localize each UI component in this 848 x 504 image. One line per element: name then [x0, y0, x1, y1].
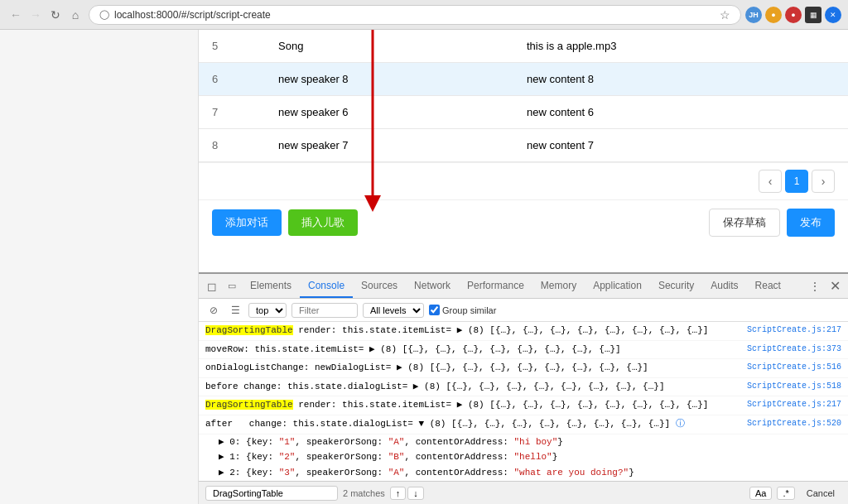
row-id: 5	[199, 30, 265, 63]
left-sidebar	[0, 30, 199, 504]
action-bar: 添加对话 插入儿歌 保存草稿 发布	[199, 199, 848, 245]
filter-icon[interactable]: ☰	[227, 302, 243, 319]
console-output: DragSortingTable render: this.state.item…	[199, 322, 848, 481]
row-id: 6	[199, 63, 265, 96]
table-row: 7 new speaker 6 new content 6	[199, 96, 848, 129]
publish-button[interactable]: 发布	[787, 209, 835, 237]
row-id: 7	[199, 96, 265, 129]
context-select[interactable]: top	[248, 303, 287, 318]
cancel-search-button[interactable]: Cancel	[800, 487, 841, 499]
console-item: ▶ 2: {key: "3", speakerOrSong: "A", cont…	[205, 465, 841, 481]
table-row: 5 Song this is a apple.mp3	[199, 30, 848, 63]
devtools-mobile-icon[interactable]: ▭	[222, 276, 242, 296]
console-toolbar: ⊘ ☰ top All levels Group similar	[199, 299, 848, 322]
tab-application[interactable]: Application	[585, 275, 650, 298]
browser-chrome: ← → ↻ ⌂ ◯ localhost:8000/#/script/script…	[0, 0, 848, 30]
tab-elements[interactable]: Elements	[242, 275, 300, 298]
console-line-file[interactable]: ScriptCreate.js:520	[740, 417, 841, 432]
save-draft-button[interactable]: 保存草稿	[709, 209, 780, 237]
row-content: new content 6	[513, 96, 848, 129]
insert-song-button[interactable]: 插入儿歌	[288, 209, 358, 236]
devtools-panel: ◻ ▭ Elements Console Sources Network Per…	[199, 272, 848, 504]
reload-button[interactable]: ↻	[46, 6, 65, 24]
matches-count: 2 matches	[343, 488, 385, 498]
group-similar-label: Group similar	[429, 305, 496, 315]
tab-audits[interactable]: Audits	[702, 275, 746, 298]
row-content: this is a apple.mp3	[513, 30, 848, 63]
right-content: 5 Song this is a apple.mp3 6 new speaker…	[199, 30, 848, 504]
action-left: 添加对话 插入儿歌	[212, 209, 358, 236]
tab-network[interactable]: Network	[406, 275, 459, 298]
extension-icon-2: ●	[785, 7, 802, 23]
search-next-button[interactable]: ↓	[407, 487, 424, 500]
tab-react[interactable]: React	[747, 275, 789, 298]
devtools-close-button[interactable]: ✕	[825, 276, 845, 296]
console-line-content: DragSortingTable render: this.state.item…	[205, 324, 708, 338]
main-area: 5 Song this is a apple.mp3 6 new speaker…	[0, 30, 848, 504]
group-similar-checkbox[interactable]	[429, 305, 440, 315]
forward-button[interactable]: →	[26, 6, 45, 24]
search-nav: ↑ ↓	[390, 487, 424, 500]
console-line-file[interactable]: ScriptCreate.js:373	[740, 343, 841, 358]
back-button[interactable]: ←	[7, 6, 25, 24]
console-line-content: after change: this.state.dialogList= ▼ (…	[205, 417, 685, 432]
console-line-file[interactable]: ScriptCreate.js:516	[740, 361, 841, 376]
console-line-file[interactable]: ScriptCreate.js:217	[740, 398, 841, 413]
prev-page-button[interactable]: ‹	[759, 170, 782, 193]
console-line: after change: this.state.dialogList= ▼ (…	[199, 415, 848, 434]
address-bar[interactable]: ◯ localhost:8000/#/script/script-create …	[89, 5, 741, 25]
next-page-button[interactable]: ›	[812, 170, 835, 193]
add-dialog-button[interactable]: 添加对话	[212, 209, 282, 236]
level-select[interactable]: All levels	[363, 303, 424, 318]
star-icon: ☆	[720, 8, 730, 22]
console-item: ▶ 1: {key: "2", speakerOrSong: "B", cont…	[205, 449, 841, 465]
console-expanded-items: ▶ 0: {key: "1", speakerOrSong: "A", cont…	[199, 434, 848, 481]
devtools-search-bar: 2 matches ↑ ↓ Aa .* Cancel	[199, 481, 848, 504]
table-row: 8 new speaker 7 new content 7	[199, 129, 848, 162]
row-speaker: Song	[265, 30, 513, 63]
devtools-more-button[interactable]: ⋮	[805, 276, 825, 296]
row-speaker: new speaker 8	[265, 63, 513, 96]
search-prev-button[interactable]: ↑	[390, 487, 407, 500]
search-input[interactable]	[205, 486, 338, 501]
user-icon-1: JH	[745, 7, 762, 23]
tab-performance[interactable]: Performance	[459, 275, 532, 298]
clear-console-icon[interactable]: ⊘	[205, 302, 222, 319]
console-line-file[interactable]: ScriptCreate.js:217	[740, 324, 841, 338]
row-content: new content 8	[513, 63, 848, 96]
row-content: new content 7	[513, 129, 848, 162]
devtools-toggle-icon[interactable]: ◻	[202, 276, 222, 296]
console-line-content: moveRow: this.state.itemList= ▶ (8) [{…}…	[205, 343, 621, 358]
table-row-highlighted: 6 new speaker 8 new content 8	[199, 63, 848, 96]
page-1-button[interactable]: 1	[785, 170, 808, 193]
data-table: 5 Song this is a apple.mp3 6 new speaker…	[199, 30, 848, 162]
extension-icon-4: ✕	[825, 7, 841, 23]
console-line-content: before change: this.state.dialogList= ▶ …	[205, 380, 665, 395]
console-line-content: onDialogListChange: newDialogList= ▶ (8)…	[205, 361, 648, 376]
action-right: 保存草稿 发布	[709, 209, 835, 237]
regex-button[interactable]: .*	[777, 487, 794, 500]
lock-icon: ◯	[99, 9, 109, 20]
extension-icon-1: ●	[765, 7, 782, 23]
match-case-button[interactable]: Aa	[749, 487, 772, 500]
filter-input[interactable]	[292, 303, 358, 318]
tab-console[interactable]: Console	[300, 275, 353, 298]
console-line: DragSortingTable render: this.state.item…	[199, 322, 848, 341]
home-button[interactable]: ⌂	[66, 6, 84, 24]
tab-security[interactable]: Security	[650, 275, 702, 298]
extension-icon-3: ▦	[805, 7, 822, 23]
console-line: moveRow: this.state.itemList= ▶ (8) [{…}…	[199, 341, 848, 360]
console-line-file[interactable]: ScriptCreate.js:518	[740, 380, 841, 395]
console-line-content: DragSortingTable render: this.state.item…	[205, 398, 708, 413]
console-item: ▶ 0: {key: "1", speakerOrSong: "A", cont…	[205, 434, 841, 450]
table-area: 5 Song this is a apple.mp3 6 new speaker…	[199, 30, 848, 162]
tab-sources[interactable]: Sources	[353, 275, 406, 298]
console-line: before change: this.state.dialogList= ▶ …	[199, 378, 848, 397]
nav-buttons: ← → ↻ ⌂	[7, 6, 84, 24]
pagination: ‹ 1 ›	[199, 162, 848, 199]
row-id: 8	[199, 129, 265, 162]
tab-memory[interactable]: Memory	[532, 275, 585, 298]
console-line: DragSortingTable render: this.state.item…	[199, 396, 848, 415]
console-line: onDialogListChange: newDialogList= ▶ (8)…	[199, 359, 848, 378]
row-speaker: new speaker 6	[265, 96, 513, 129]
